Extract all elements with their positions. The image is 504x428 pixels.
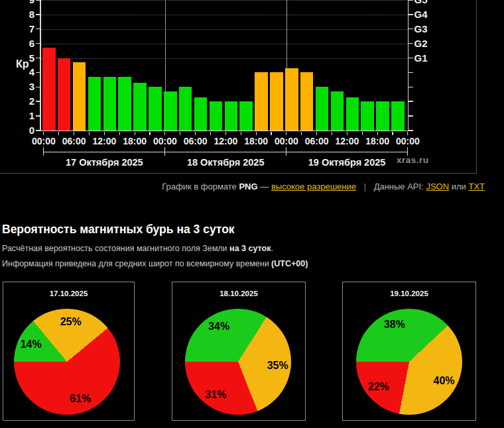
gridline-G4 (41, 15, 407, 15)
x-tick (210, 132, 211, 135)
x-tick-label: 00:00 (271, 136, 302, 146)
kp-bar (73, 62, 86, 131)
x-tick (362, 132, 363, 135)
x-tick (104, 132, 105, 135)
kp-bar (118, 77, 131, 131)
forecast-section: Вероятность магнитных бурь на 3 суток Ра… (2, 222, 466, 269)
y-tick (36, 130, 40, 131)
x-tick (74, 132, 74, 135)
y-tick-label: 8 (17, 9, 34, 20)
x-tick-label: 18:00 (241, 136, 271, 146)
x-tick (241, 132, 241, 135)
kp-bar (225, 101, 238, 131)
kp-bar (88, 77, 101, 131)
right-axis-label-G2: G2 (414, 38, 428, 49)
x-tick-label: 00:00 (393, 136, 423, 146)
kp-bar (58, 58, 71, 131)
pie-percent-label: 31% (199, 389, 232, 401)
x-tick-label: 00:00 (29, 136, 59, 146)
pie-percent-label: 38% (378, 319, 411, 331)
x-tick (407, 132, 408, 135)
y-axis-line (40, 0, 41, 131)
forecast-line-2: Информация приведена для средних широт п… (2, 259, 466, 269)
kp-bar (316, 87, 329, 131)
kp-bar (179, 87, 192, 131)
x-tick (286, 132, 286, 135)
y-tick (36, 115, 40, 117)
kp-bar (270, 72, 283, 131)
x-tick (149, 132, 150, 135)
right-axis-label-G3: G3 (414, 24, 428, 34)
x-tick-label: 18:00 (362, 136, 393, 146)
right-tick (409, 14, 413, 15)
gridline-G3 (41, 29, 407, 30)
x-tick (392, 132, 393, 135)
x-tick-label: 06:00 (302, 136, 332, 146)
right-axis-label-G1: G1 (414, 53, 428, 64)
pie-percent-label: 25% (54, 316, 88, 328)
json-link[interactable]: JSON (426, 182, 449, 191)
gridline-G5 (41, 0, 407, 1)
txt-link[interactable]: TXT (468, 182, 485, 191)
right-tick (409, 58, 413, 59)
pie-percent-label: 34% (202, 321, 235, 333)
x-tick (271, 132, 271, 135)
right-tick (409, 28, 413, 30)
kp-bar (255, 72, 268, 131)
forecast-line-1-bold: на 3 суток (229, 244, 271, 253)
pie-percent-label: 22% (362, 381, 395, 393)
caption-prefix: График в формате (162, 182, 237, 191)
x-tick (58, 132, 59, 135)
pie-percent-label: 35% (261, 360, 294, 372)
forecast-line-2-text: Информация приведена для средних широт п… (2, 259, 269, 268)
kp-chart-frame: G1G2G3G4G50123456789Кр00:0006:0012:0018:… (0, 0, 477, 174)
y-tick (36, 87, 40, 88)
day-bracket-tick (164, 147, 165, 156)
forecast-line-1: Расчётная вероятность состояния магнитно… (2, 244, 466, 254)
right-tick (409, 0, 413, 1)
pie-date-day2: 18.10.2025 (172, 290, 305, 297)
x-tick (377, 132, 378, 135)
y-tick (36, 14, 40, 15)
right-axis-line (408, 0, 409, 131)
kp-bar (300, 72, 314, 131)
right-axis-label-G4: G4 (414, 9, 428, 20)
right-tick (409, 72, 413, 74)
forecast-line-2-bold: (UTC+00) (271, 259, 308, 268)
x-tick (347, 132, 347, 135)
x-tick-label: 12:00 (210, 136, 241, 146)
x-tick-label: 06:00 (180, 136, 211, 146)
y-tick (36, 0, 40, 1)
watermark: xras.ru (397, 155, 429, 165)
x-tick (301, 132, 302, 135)
x-tick (43, 132, 44, 135)
caption-dash: — (260, 182, 269, 191)
y-tick (36, 101, 40, 102)
hires-link[interactable]: высокое разрешение (271, 182, 356, 191)
x-axis-line (40, 131, 409, 131)
x-tick-label: 06:00 (59, 136, 90, 146)
kp-bar (194, 97, 208, 131)
pie-panel-day2: 18.10.2025 34%35%31% (172, 282, 306, 421)
kp-bar (361, 101, 374, 131)
kp-bar (239, 101, 253, 131)
x-tick-label: 00:00 (150, 136, 180, 146)
y-tick-label: 6 (17, 38, 34, 49)
y-tick (36, 72, 40, 74)
x-tick (135, 132, 135, 135)
right-tick (409, 115, 413, 117)
y-axis-title: Кр (16, 58, 29, 70)
pie-percent-label: 40% (428, 375, 461, 387)
x-tick (225, 132, 226, 135)
y-tick-label: 1 (17, 111, 34, 121)
kp-bar (331, 91, 344, 131)
y-tick-label: 7 (17, 24, 34, 34)
kp-bar (42, 48, 56, 131)
pie-percent-label: 61% (64, 393, 97, 405)
y-tick-label: 2 (17, 96, 34, 107)
x-tick (332, 132, 332, 135)
kp-bar-chart: G1G2G3G4G50123456789Кр00:0006:0012:0018:… (0, 0, 477, 174)
pie-percent-label: 14% (15, 339, 48, 350)
x-tick-label: 12:00 (89, 136, 119, 146)
x-tick (316, 132, 317, 135)
